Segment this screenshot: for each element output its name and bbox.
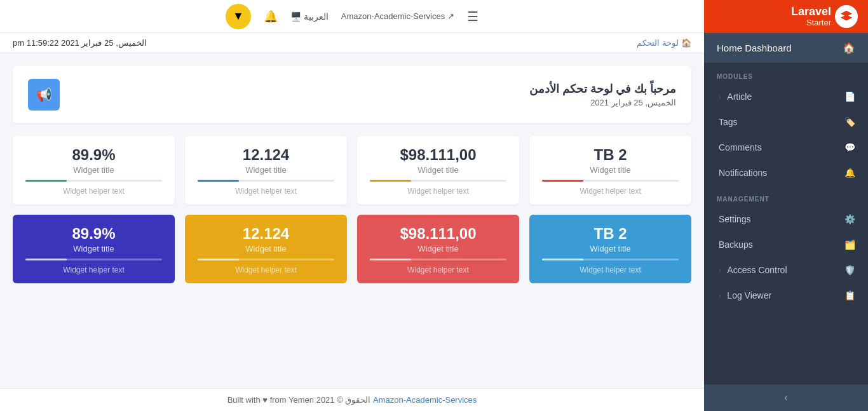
widget-title-3: Widget title <box>25 165 162 175</box>
bell-icon: 🔔 <box>264 10 278 23</box>
widget-title-2: Widget title <box>198 165 334 175</box>
widget-colored-value-1: $98.111,00 <box>370 225 506 243</box>
widget-colored-value-0: TB 2 <box>542 225 679 243</box>
service-name: Amazon-Academic-Services <box>341 11 445 21</box>
welcome-icon-box: 📢 <box>28 79 60 111</box>
widget-divider-3 <box>25 180 162 182</box>
home-icon: 🏠 <box>843 42 855 54</box>
widget-colored-value-3: 89.9% <box>25 225 162 243</box>
welcome-text-area: مرحباً بك في لوحة تحكم الأدمن الخميس, 25… <box>70 82 676 107</box>
widget-colored-divider-3 <box>25 259 162 260</box>
topbar-logo: ▼ <box>226 4 251 29</box>
sidebar-item-article[interactable]: › Article 📄 <box>704 84 868 109</box>
shield-icon: 🛡️ <box>844 265 855 275</box>
sidebar-header: Laravel Starter <box>704 0 868 33</box>
sidebar-item-notifications[interactable]: Notifications 🔔 <box>704 160 868 185</box>
brand-logo: Laravel Starter <box>791 5 858 28</box>
widget-colored-0: TB 2 Widget title Widget helper text <box>529 215 691 283</box>
sidebar-item-home-dashboard[interactable]: Home Dashboard 🏠 <box>704 33 868 63</box>
widget-value-1: $98.111,00 <box>370 146 506 164</box>
service-link[interactable]: Amazon-Academic-Services ↗ <box>341 11 454 21</box>
chevron-right-icon: › <box>719 93 721 100</box>
log-viewer-label: Log Viewer <box>727 290 771 300</box>
widget-colored-title-2: Widget title <box>198 244 334 253</box>
sidebar-item-tags[interactable]: Tags 🏷️ <box>704 109 868 135</box>
widget-colored-helper-2: Widget helper text <box>198 266 334 274</box>
widget-colored-helper-0: Widget helper text <box>542 266 679 274</box>
tags-icon: 🏷️ <box>844 117 855 127</box>
widget-colored-value-2: 12.124 <box>198 225 334 243</box>
white-widgets-grid: TB 2 Widget title Widget helper text $98… <box>13 136 691 205</box>
logo-icon <box>835 5 858 28</box>
dashboard-body: مرحباً بك في لوحة تحكم الأدمن الخميس, 25… <box>0 53 704 388</box>
management-section-label: MANAGEMENT <box>704 185 868 206</box>
widget-divider-0 <box>542 180 679 182</box>
widget-white-0: TB 2 Widget title Widget helper text <box>529 136 691 205</box>
brand-sub: Starter <box>791 18 831 27</box>
widget-colored-3: 89.9% Widget title Widget helper text <box>13 215 175 283</box>
welcome-card: مرحباً بك في لوحة تحكم الأدمن الخميس, 25… <box>13 66 691 123</box>
sidebar-item-settings[interactable]: Settings ⚙️ <box>704 206 868 232</box>
footer: Built with ♥ from Yemen 2021 © الحقوق Am… <box>0 388 704 411</box>
translate-icon: 🖥️ <box>290 11 301 22</box>
footer-link[interactable]: Amazon-Academic-Services <box>373 395 477 405</box>
breadcrumb-bar: 🏠 لوحة التحكم الخميس, 25 فبراير 2021 11:… <box>0 33 704 53</box>
widget-divider-2 <box>198 180 334 182</box>
topbar: ▼ 🔔 🖥️ العربية Amazon-Academic-Services … <box>0 0 704 33</box>
notifications-icon: 🔔 <box>844 168 855 178</box>
widget-colored-divider-2 <box>198 259 334 260</box>
comments-label: Comments <box>719 142 762 152</box>
footer-copyright: © الحقوق <box>337 395 370 405</box>
main-content: ▼ 🔔 🖥️ العربية Amazon-Academic-Services … <box>0 0 704 411</box>
widget-colored-1: $98.111,00 Widget title Widget helper te… <box>357 215 519 283</box>
settings-icon: ⚙️ <box>844 214 855 224</box>
widget-value-3: 89.9% <box>25 146 162 164</box>
notifications-label: Notifications <box>719 168 767 178</box>
access-control-label: Access Control <box>727 265 787 275</box>
external-link-icon: ↗ <box>447 11 454 21</box>
bell-button[interactable]: 🔔 <box>264 10 278 24</box>
widget-colored-2: 12.124 Widget title Widget helper text <box>185 215 347 283</box>
chevron-right-log-icon: › <box>719 292 721 299</box>
language-switcher[interactable]: 🖥️ العربية <box>290 11 329 22</box>
widget-white-2: 12.124 Widget title Widget helper text <box>185 136 347 205</box>
sidebar-collapse-button[interactable]: › <box>704 384 868 411</box>
widget-colored-title-0: Widget title <box>542 244 679 253</box>
log-viewer-icon: 📋 <box>844 290 855 300</box>
welcome-subtitle: الخميس, 25 فبراير 2021 <box>70 98 676 107</box>
language-label: العربية <box>304 11 329 22</box>
sidebar-item-log-viewer[interactable]: › Log Viewer 📋 <box>704 283 868 308</box>
widget-white-1: $98.111,00 Widget title Widget helper te… <box>357 136 519 205</box>
breadcrumb-text: لوحة التحكم <box>637 38 679 48</box>
widget-divider-1 <box>370 180 506 182</box>
sidebar-item-access-control[interactable]: › Access Control 🛡️ <box>704 257 868 283</box>
welcome-title: مرحباً بك في لوحة تحكم الأدمن <box>70 82 676 96</box>
footer-year: 2021 <box>316 395 335 405</box>
topbar-logo-icon: ▼ <box>233 10 244 23</box>
collapse-arrow-icon: › <box>784 392 787 403</box>
widget-value-0: TB 2 <box>542 146 679 164</box>
widget-colored-helper-3: Widget helper text <box>25 266 162 274</box>
breadcrumb-home-link[interactable]: 🏠 لوحة التحكم <box>637 38 691 48</box>
home-breadcrumb-icon: 🏠 <box>681 38 691 48</box>
sidebar-item-comments[interactable]: Comments 💬 <box>704 135 868 160</box>
chevron-right-access-icon: › <box>719 267 721 274</box>
sidebar-item-backups[interactable]: Backups 🗂️ <box>704 232 868 257</box>
widget-colored-title-3: Widget title <box>25 244 162 253</box>
settings-label: Settings <box>719 214 751 224</box>
widget-title-1: Widget title <box>370 165 506 175</box>
modules-section-label: MODULES <box>704 63 868 84</box>
hamburger-icon: ☰ <box>467 10 478 24</box>
hamburger-menu-button[interactable]: ☰ <box>467 9 478 24</box>
tags-label: Tags <box>719 117 738 127</box>
colored-widgets-grid: TB 2 Widget title Widget helper text $98… <box>13 215 691 283</box>
home-dashboard-label: Home Dashboard <box>717 43 792 53</box>
widget-colored-divider-0 <box>542 259 679 260</box>
brand-name: Laravel <box>791 6 831 18</box>
widget-colored-helper-1: Widget helper text <box>370 266 506 274</box>
widget-title-0: Widget title <box>542 165 679 175</box>
article-label: Article <box>727 91 752 102</box>
comments-icon: 💬 <box>844 142 855 152</box>
article-icon: 📄 <box>844 91 855 102</box>
backups-label: Backups <box>719 239 753 250</box>
